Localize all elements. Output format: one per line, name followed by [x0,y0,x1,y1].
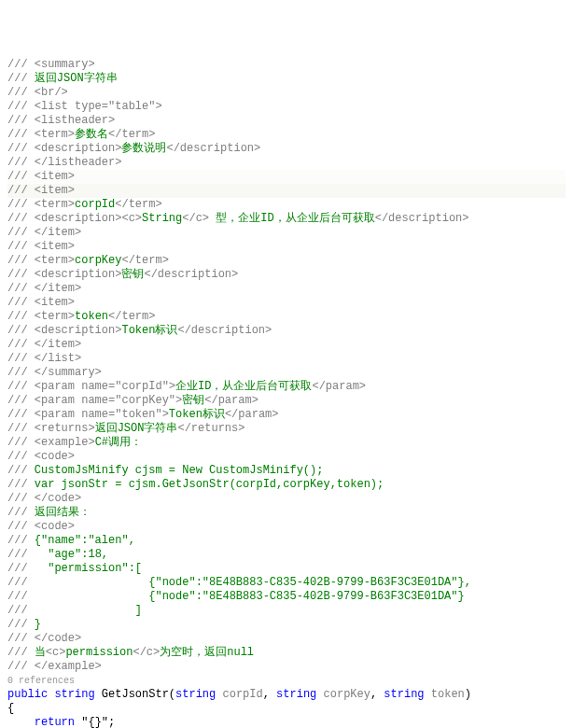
token: ) [465,688,471,701]
code-line: /// </listheader> [7,156,566,170]
token: <br/> [35,86,68,99]
token: C#调用： [95,436,142,449]
token: /// [7,128,35,141]
code-line: /// <item> [7,184,566,198]
token: > [162,408,169,421]
token: </list> [35,352,81,365]
token: </term> [121,254,168,267]
token [425,688,431,701]
token: ] [135,604,142,617]
code-line: /// <term>token</term> [7,310,566,324]
token: > [169,380,175,393]
token: /// [7,86,35,99]
token: /// [7,184,35,197]
code-line: /// {"node":"8E48B883-C835-402B-9799-B63… [7,590,566,604]
code-line: /// <description>密钥</description> [7,268,566,282]
token: /// [7,520,35,533]
token: "corpKey" [115,394,175,407]
code-line: /// <term>corpKey</term> [7,254,566,268]
code-line: /// 返回JSON字符串 [7,72,566,86]
code-line: /// "permission":[ [7,562,566,576]
token: /// [7,254,35,267]
code-line: public string GetJsonStr(string corpId, … [7,688,566,702]
token: "table" [108,100,155,113]
token: "permission":[ [48,562,142,575]
token: 当 [35,646,46,659]
code-line: /// <param name="corpId">企业ID，从企业后台可获取</… [7,380,566,394]
token: /// [7,352,35,365]
token: /// [7,506,35,519]
code-line: /// var jsonStr = cjsm.GetJsonStr(corpId… [7,478,566,492]
token: 返回结果： [35,506,91,519]
token: </item> [35,282,81,295]
token: /// [7,436,35,449]
token: </c> [133,646,160,659]
token: token [431,688,465,701]
token: /// [7,58,35,71]
token: /// [7,548,48,561]
reference-count[interactable]: 0 references [7,674,566,688]
token: /// [7,464,35,477]
code-line: /// <param name="token">Token标识</param> [7,408,566,422]
token: </param> [204,394,259,407]
token: <item> [35,184,75,197]
token: , [370,688,384,701]
code-line: /// </summary> [7,366,566,380]
code-line: /// ] [7,604,566,618]
token: /// [7,114,35,127]
token: 返回JSON字符串 [35,72,118,85]
token: string [384,688,424,701]
token: /// [7,380,35,393]
code-line: /// } [7,618,566,632]
token: <param name= [35,408,115,421]
token: <term> [35,198,75,211]
code-line: /// {"node":"8E48B883-C835-402B-9799-B63… [7,576,566,590]
token: ; [108,716,115,728]
code-line: /// </item> [7,282,566,296]
code-line: /// <example>C#调用： [7,436,566,450]
token: </param> [312,380,366,393]
token: "token" [115,408,161,421]
token: /// [7,212,35,225]
token: /// [7,198,35,211]
token [316,688,323,701]
token: <code> [35,450,75,463]
token: corpId [75,198,115,211]
code-line: return "{}"; [7,716,566,728]
token: /// [7,338,35,351]
code-line: /// <list type="table"> [7,100,566,114]
code-line: /// <code> [7,450,566,464]
code-line: /// <description>参数说明</description> [7,142,566,156]
token: /// [7,450,35,463]
code-line: /// 当<c>permission</c>为空时，返回null [7,646,566,660]
token: <description> [35,142,122,155]
token: Token标识 [121,324,177,337]
token: /// [7,156,35,169]
code-line: /// <summary> [7,58,566,72]
code-line: /// <description>Token标识</description> [7,324,566,338]
token: </description> [177,324,272,337]
code-line: /// <returns>返回JSON字符串</returns> [7,422,566,436]
token: 密钥 [121,268,144,281]
token: token [75,310,108,323]
token: CustomJsMinify cjsm = New CustomJsMinify… [35,464,324,477]
token: corpId [222,688,262,701]
token: /// [7,142,35,155]
token: return [35,716,75,728]
token: <summary> [35,58,95,71]
token: </description> [144,268,238,281]
token: </term> [108,128,155,141]
token: /// [7,170,35,183]
token: } [35,618,41,631]
token: string [54,688,94,701]
token: /// [7,422,35,435]
token: permission [65,646,133,659]
token: /// [7,366,35,379]
token: /// [7,534,35,547]
token: 型，企业ID，从企业后台可获取 [209,212,375,225]
code-line: /// <param name="corpKey">密钥</param> [7,394,566,408]
code-line: /// <code> [7,520,566,534]
token: /// [7,492,35,505]
token: </param> [225,408,279,421]
token: /// [7,590,148,603]
